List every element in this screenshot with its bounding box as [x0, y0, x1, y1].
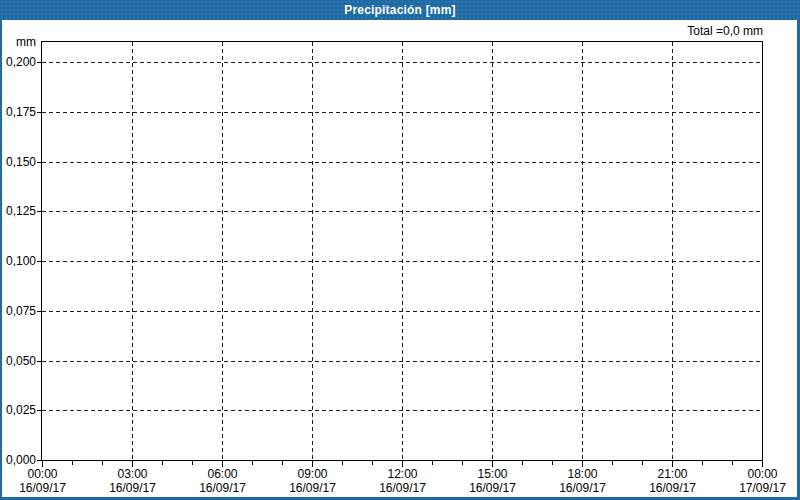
x-tick-date-label: 16/09/17 — [368, 481, 438, 495]
x-minor-tick-mark — [612, 461, 613, 465]
x-tick-date-label: 17/09/17 — [728, 481, 798, 495]
x-tick-label-group: 03:0016/09/17 — [98, 467, 168, 495]
x-tick-time-label: 00:00 — [728, 467, 798, 481]
x-tick-date-label: 16/09/17 — [278, 481, 348, 495]
x-minor-tick-mark — [282, 461, 283, 465]
y-tick-mark — [37, 311, 41, 312]
x-minor-tick-mark — [732, 461, 733, 465]
x-tick-label-group: 15:0016/09/17 — [458, 467, 528, 495]
x-minor-tick-mark — [642, 461, 643, 465]
x-tick-date-label: 16/09/17 — [188, 481, 258, 495]
y-tick-mark — [37, 211, 41, 212]
x-tick-time-label: 09:00 — [278, 467, 348, 481]
y-tick-label: 0,075 — [2, 304, 36, 318]
y-tick-label: 0,100 — [2, 254, 36, 268]
x-minor-tick-mark — [162, 461, 163, 465]
x-minor-tick-mark — [522, 461, 523, 465]
x-grid-line — [132, 42, 133, 460]
chart-window: Precipitación [mm] Total =0,0 mm mm 0,00… — [0, 0, 800, 500]
y-tick-label: 0,000 — [2, 453, 36, 467]
x-tick-date-label: 16/09/17 — [458, 481, 528, 495]
y-tick-mark — [37, 460, 41, 461]
y-tick-mark — [37, 62, 41, 63]
x-grid-line — [402, 42, 403, 460]
x-grid-line — [312, 42, 313, 460]
y-tick-mark — [37, 112, 41, 113]
chart-title: Precipitación [mm] — [344, 3, 456, 17]
x-minor-tick-mark — [342, 461, 343, 465]
x-minor-tick-mark — [72, 461, 73, 465]
y-axis-unit-label: mm — [2, 35, 36, 49]
x-tick-label-group: 12:0016/09/17 — [368, 467, 438, 495]
x-tick-time-label: 21:00 — [638, 467, 708, 481]
x-tick-date-label: 16/09/17 — [8, 481, 78, 495]
x-tick-label-group: 00:0017/09/17 — [728, 467, 798, 495]
x-minor-tick-mark — [702, 461, 703, 465]
x-grid-line — [582, 42, 583, 460]
y-tick-mark — [37, 261, 41, 262]
y-tick-mark — [37, 410, 41, 411]
x-tick-time-label: 15:00 — [458, 467, 528, 481]
x-grid-line — [672, 42, 673, 460]
x-minor-tick-mark — [252, 461, 253, 465]
x-tick-label-group: 09:0016/09/17 — [278, 467, 348, 495]
x-tick-label-group: 00:0016/09/17 — [8, 467, 78, 495]
x-tick-date-label: 16/09/17 — [548, 481, 618, 495]
y-tick-label: 0,025 — [2, 403, 36, 417]
x-grid-line — [492, 42, 493, 460]
y-tick-label: 0,050 — [2, 354, 36, 368]
x-tick-label-group: 21:0016/09/17 — [638, 467, 708, 495]
y-tick-mark — [37, 162, 41, 163]
x-tick-label-group: 18:0016/09/17 — [548, 467, 618, 495]
chart-area: Total =0,0 mm mm 0,0000,0250,0500,0750,1… — [2, 20, 797, 497]
total-label: Total =0,0 mm — [687, 24, 763, 38]
x-tick-date-label: 16/09/17 — [638, 481, 708, 495]
x-minor-tick-mark — [552, 461, 553, 465]
y-tick-label: 0,200 — [2, 55, 36, 69]
y-tick-label: 0,150 — [2, 155, 36, 169]
x-minor-tick-mark — [102, 461, 103, 465]
x-tick-time-label: 18:00 — [548, 467, 618, 481]
x-grid-line — [222, 42, 223, 460]
y-tick-label: 0,125 — [2, 204, 36, 218]
x-tick-label-group: 06:0016/09/17 — [188, 467, 258, 495]
x-tick-time-label: 12:00 — [368, 467, 438, 481]
y-tick-mark — [37, 361, 41, 362]
plot-area — [41, 41, 763, 461]
x-minor-tick-mark — [372, 461, 373, 465]
x-tick-time-label: 00:00 — [8, 467, 78, 481]
y-tick-label: 0,175 — [2, 105, 36, 119]
x-minor-tick-mark — [432, 461, 433, 465]
x-minor-tick-mark — [192, 461, 193, 465]
chart-title-bar: Precipitación [mm] — [0, 0, 800, 20]
x-tick-time-label: 06:00 — [188, 467, 258, 481]
x-tick-time-label: 03:00 — [98, 467, 168, 481]
x-minor-tick-mark — [462, 461, 463, 465]
x-tick-date-label: 16/09/17 — [98, 481, 168, 495]
